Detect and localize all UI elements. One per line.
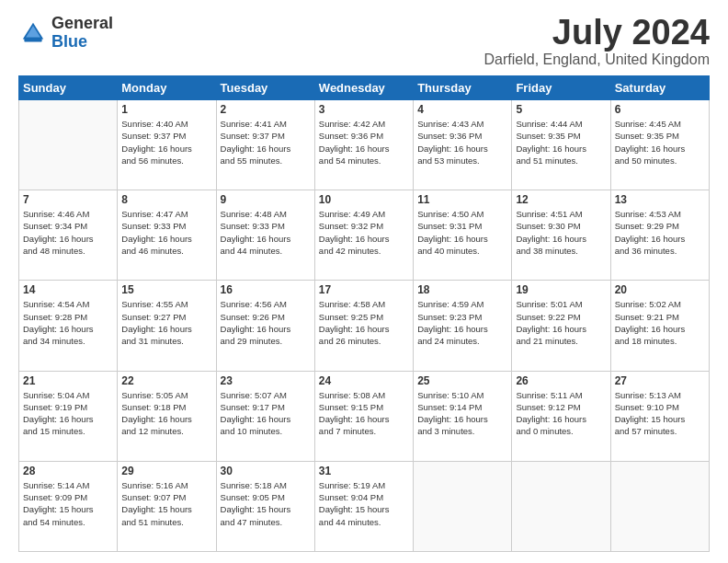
table-row: 28Sunrise: 5:14 AMSunset: 9:09 PMDayligh… <box>19 461 118 551</box>
day-number: 18 <box>417 283 507 296</box>
table-row: 8Sunrise: 4:47 AMSunset: 9:33 PMDaylight… <box>118 190 216 281</box>
table-row <box>610 461 709 551</box>
day-number: 7 <box>23 193 113 206</box>
table-row: 27Sunrise: 5:13 AMSunset: 9:10 PMDayligh… <box>610 371 709 461</box>
day-number: 1 <box>121 103 211 116</box>
calendar-table: Sunday Monday Tuesday Wednesday Thursday… <box>18 75 710 552</box>
table-row: 21Sunrise: 5:04 AMSunset: 9:19 PMDayligh… <box>19 371 118 461</box>
day-info: Sunrise: 5:19 AMSunset: 9:04 PMDaylight:… <box>319 479 409 528</box>
day-info: Sunrise: 5:07 AMSunset: 9:17 PMDaylight:… <box>221 389 311 438</box>
day-number: 16 <box>221 283 311 296</box>
day-info: Sunrise: 4:40 AMSunset: 9:37 PMDaylight:… <box>121 118 211 167</box>
day-number: 3 <box>319 103 409 116</box>
day-info: Sunrise: 4:41 AMSunset: 9:37 PMDaylight:… <box>221 118 311 167</box>
day-info: Sunrise: 5:01 AMSunset: 9:22 PMDaylight:… <box>516 298 606 347</box>
day-number: 30 <box>221 465 311 477</box>
location: Darfield, England, United Kingdom <box>484 52 710 68</box>
table-row <box>512 461 610 551</box>
calendar-week-row: 21Sunrise: 5:04 AMSunset: 9:19 PMDayligh… <box>19 371 710 461</box>
day-info: Sunrise: 5:02 AMSunset: 9:21 PMDaylight:… <box>615 298 705 347</box>
col-friday: Friday <box>512 76 610 100</box>
page: General Blue July 2024 Darfield, England… <box>0 0 728 563</box>
table-row: 5Sunrise: 4:44 AMSunset: 9:35 PMDaylight… <box>512 100 610 190</box>
svg-rect-2 <box>24 38 41 42</box>
table-row <box>414 461 512 551</box>
day-info: Sunrise: 4:45 AMSunset: 9:35 PMDaylight:… <box>615 118 705 167</box>
table-row: 31Sunrise: 5:19 AMSunset: 9:04 PMDayligh… <box>314 461 413 551</box>
table-row: 13Sunrise: 4:53 AMSunset: 9:29 PMDayligh… <box>610 190 709 281</box>
logo-blue: Blue <box>51 33 113 52</box>
logo-general: General <box>51 15 113 33</box>
month-title: July 2024 <box>484 15 710 50</box>
day-info: Sunrise: 4:47 AMSunset: 9:33 PMDaylight:… <box>121 208 211 257</box>
logo-icon <box>18 18 48 48</box>
table-row <box>19 100 118 190</box>
day-info: Sunrise: 4:42 AMSunset: 9:36 PMDaylight:… <box>319 118 409 167</box>
col-tuesday: Tuesday <box>216 76 314 100</box>
day-number: 12 <box>516 193 606 206</box>
table-row: 22Sunrise: 5:05 AMSunset: 9:18 PMDayligh… <box>118 371 216 461</box>
day-number: 26 <box>516 374 606 387</box>
table-row: 29Sunrise: 5:16 AMSunset: 9:07 PMDayligh… <box>118 461 216 551</box>
table-row: 11Sunrise: 4:50 AMSunset: 9:31 PMDayligh… <box>414 190 512 281</box>
table-row: 4Sunrise: 4:43 AMSunset: 9:36 PMDaylight… <box>414 100 512 190</box>
day-number: 19 <box>516 283 606 296</box>
day-info: Sunrise: 4:49 AMSunset: 9:32 PMDaylight:… <box>319 208 409 257</box>
day-number: 20 <box>615 283 705 296</box>
day-number: 17 <box>319 283 409 296</box>
table-row: 6Sunrise: 4:45 AMSunset: 9:35 PMDaylight… <box>610 100 709 190</box>
col-sunday: Sunday <box>19 76 118 100</box>
logo-text: General Blue <box>51 15 113 52</box>
calendar-week-row: 14Sunrise: 4:54 AMSunset: 9:28 PMDayligh… <box>19 281 710 371</box>
day-info: Sunrise: 5:11 AMSunset: 9:12 PMDaylight:… <box>516 389 606 438</box>
day-number: 11 <box>417 193 507 206</box>
title-block: July 2024 Darfield, England, United King… <box>484 15 710 68</box>
day-number: 4 <box>417 103 507 116</box>
col-wednesday: Wednesday <box>314 76 413 100</box>
day-number: 24 <box>319 374 409 387</box>
table-row: 3Sunrise: 4:42 AMSunset: 9:36 PMDaylight… <box>314 100 413 190</box>
table-row: 15Sunrise: 4:55 AMSunset: 9:27 PMDayligh… <box>118 281 216 371</box>
day-number: 2 <box>221 103 311 116</box>
table-row: 2Sunrise: 4:41 AMSunset: 9:37 PMDaylight… <box>216 100 314 190</box>
day-info: Sunrise: 4:48 AMSunset: 9:33 PMDaylight:… <box>221 208 311 257</box>
day-number: 21 <box>23 374 113 387</box>
day-info: Sunrise: 5:10 AMSunset: 9:14 PMDaylight:… <box>417 389 507 438</box>
calendar-header-row: Sunday Monday Tuesday Wednesday Thursday… <box>19 76 710 100</box>
day-info: Sunrise: 5:14 AMSunset: 9:09 PMDaylight:… <box>23 479 113 528</box>
table-row: 26Sunrise: 5:11 AMSunset: 9:12 PMDayligh… <box>512 371 610 461</box>
day-info: Sunrise: 5:16 AMSunset: 9:07 PMDaylight:… <box>121 479 211 528</box>
day-info: Sunrise: 5:18 AMSunset: 9:05 PMDaylight:… <box>221 479 311 528</box>
day-number: 15 <box>121 283 211 296</box>
table-row: 12Sunrise: 4:51 AMSunset: 9:30 PMDayligh… <box>512 190 610 281</box>
table-row: 23Sunrise: 5:07 AMSunset: 9:17 PMDayligh… <box>216 371 314 461</box>
table-row: 24Sunrise: 5:08 AMSunset: 9:15 PMDayligh… <box>314 371 413 461</box>
day-number: 29 <box>121 465 211 477</box>
table-row: 7Sunrise: 4:46 AMSunset: 9:34 PMDaylight… <box>19 190 118 281</box>
table-row: 30Sunrise: 5:18 AMSunset: 9:05 PMDayligh… <box>216 461 314 551</box>
day-number: 22 <box>121 374 211 387</box>
day-number: 23 <box>221 374 311 387</box>
col-monday: Monday <box>118 76 216 100</box>
table-row: 9Sunrise: 4:48 AMSunset: 9:33 PMDaylight… <box>216 190 314 281</box>
day-number: 25 <box>417 374 507 387</box>
day-number: 27 <box>615 374 705 387</box>
col-thursday: Thursday <box>414 76 512 100</box>
table-row: 16Sunrise: 4:56 AMSunset: 9:26 PMDayligh… <box>216 281 314 371</box>
day-info: Sunrise: 5:04 AMSunset: 9:19 PMDaylight:… <box>23 389 113 438</box>
day-number: 28 <box>23 465 113 477</box>
header: General Blue July 2024 Darfield, England… <box>18 15 710 68</box>
day-info: Sunrise: 5:13 AMSunset: 9:10 PMDaylight:… <box>615 389 705 438</box>
day-number: 31 <box>319 465 409 477</box>
table-row: 10Sunrise: 4:49 AMSunset: 9:32 PMDayligh… <box>314 190 413 281</box>
day-info: Sunrise: 5:05 AMSunset: 9:18 PMDaylight:… <box>121 389 211 438</box>
col-saturday: Saturday <box>610 76 709 100</box>
day-info: Sunrise: 5:08 AMSunset: 9:15 PMDaylight:… <box>319 389 409 438</box>
day-number: 5 <box>516 103 606 116</box>
table-row: 25Sunrise: 5:10 AMSunset: 9:14 PMDayligh… <box>414 371 512 461</box>
calendar-week-row: 1Sunrise: 4:40 AMSunset: 9:37 PMDaylight… <box>19 100 710 190</box>
day-info: Sunrise: 4:50 AMSunset: 9:31 PMDaylight:… <box>417 208 507 257</box>
day-number: 6 <box>615 103 705 116</box>
day-info: Sunrise: 4:58 AMSunset: 9:25 PMDaylight:… <box>319 298 409 347</box>
day-info: Sunrise: 4:53 AMSunset: 9:29 PMDaylight:… <box>615 208 705 257</box>
